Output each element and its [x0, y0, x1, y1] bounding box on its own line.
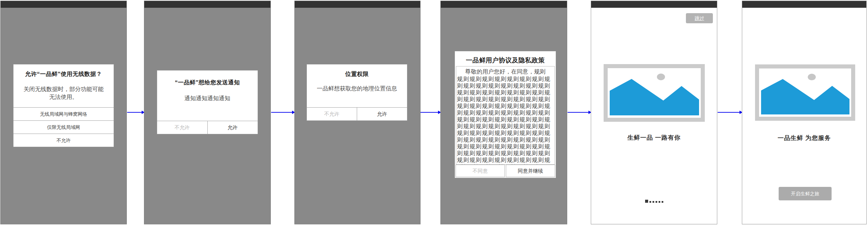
dialog-buttons: 不允许 允许	[307, 107, 407, 120]
allow-button[interactable]: 允许	[357, 108, 407, 120]
status-bar	[1, 1, 126, 8]
status-bar	[144, 1, 270, 8]
dialog-options: 无线局域网与蜂窝网络 仅限无线局域网 不允许	[13, 107, 114, 147]
phone-screen-welcome: 一品生鲜 为您服务 开启生鲜之旅	[742, 1, 867, 224]
page-dot[interactable]	[656, 201, 657, 203]
agree-continue-button[interactable]: 同意并继续	[506, 165, 555, 177]
page-dot[interactable]	[662, 201, 663, 203]
image-placeholder	[604, 64, 705, 122]
dialog-body: 通知通知通知通知	[157, 94, 258, 102]
mountains-sun-icon	[608, 68, 701, 118]
dialog-buttons: 不同意 同意并继续	[456, 165, 555, 177]
flow-arrow-4	[568, 112, 591, 113]
deny-button[interactable]: 不允许	[307, 108, 357, 120]
skip-button[interactable]: 跳过	[686, 13, 713, 23]
allow-button[interactable]: 允许	[207, 121, 258, 134]
status-bar	[591, 1, 717, 8]
start-journey-button[interactable]: 开启生鲜之旅	[779, 187, 832, 200]
notification-permission-dialog: “一品鲜”想给您发送通知 通知通知通知通知 不允许 允许	[157, 70, 258, 134]
image-placeholder	[755, 64, 855, 121]
image-placeholder-canvas	[759, 68, 851, 117]
prototype-flow-canvas: 允许“一品鲜”使用无线数据？ 关闭无线数据时，部分功能可能无法使用。 无线局域网…	[0, 0, 868, 225]
image-placeholder-canvas	[608, 68, 701, 118]
agreement-rules: 规则规则规则规则规则规则规则规则规则规则规则规则规则规则规则规则规则规则规则规则…	[456, 76, 554, 165]
disagree-button[interactable]: 不同意	[456, 165, 505, 177]
dialog-body: 一品鲜想获取您的地理位置信息	[307, 85, 407, 92]
phone-screen-user-agreement: 一品鲜用户协议及隐私政策 尊敬的用户您好，在同意，规则 规则规则规则规则规则规则…	[440, 1, 567, 224]
flow-arrow-2	[271, 112, 294, 113]
page-dot[interactable]	[653, 201, 654, 203]
phone-screen-onboarding: 跳过 生鲜一品 一路有你	[591, 1, 717, 224]
option-deny[interactable]: 不允许	[13, 134, 114, 147]
deny-button[interactable]: 不允许	[157, 121, 207, 134]
welcome-caption: 一品生鲜 为您服务	[742, 134, 866, 142]
onboarding-caption: 生鲜一品 一路有你	[591, 134, 717, 142]
option-wlan-and-cellular[interactable]: 无线局域网与蜂窝网络	[13, 107, 114, 120]
dialog-body: 关闭无线数据时，部分功能可能无法使用。	[13, 85, 114, 101]
page-dot-active[interactable]	[645, 200, 648, 203]
flow-arrow-5	[718, 112, 742, 113]
phone-screen-wifi-permission: 允许“一品鲜”使用无线数据？ 关闭无线数据时，部分功能可能无法使用。 无线局域网…	[0, 1, 127, 224]
dialog-buttons: 不允许 允许	[157, 121, 258, 134]
status-bar	[295, 1, 420, 8]
agreement-intro: 尊敬的用户您好，在同意，规则	[456, 66, 554, 76]
page-indicator	[591, 200, 717, 203]
option-wlan-only[interactable]: 仅限无线局域网	[13, 120, 114, 134]
page-dot[interactable]	[649, 201, 651, 203]
flow-arrow-3	[421, 112, 440, 113]
mountains-sun-icon	[759, 68, 851, 117]
phone-screen-location-permission: 位置权限 一品鲜想获取您的地理位置信息 不允许 允许	[294, 1, 421, 224]
dialog-title: “一品鲜”想给您发送通知	[157, 71, 258, 86]
page-dot[interactable]	[659, 201, 660, 203]
phone-screen-notification-permission: “一品鲜”想给您发送通知 通知通知通知通知 不允许 允许	[144, 1, 271, 224]
status-bar	[441, 1, 567, 8]
wifi-permission-dialog: 允许“一品鲜”使用无线数据？ 关闭无线数据时，部分功能可能无法使用。 无线局域网…	[13, 64, 114, 147]
agreement-text-area[interactable]: 尊敬的用户您好，在同意，规则 规则规则规则规则规则规则规则规则规则规则规则规则规…	[456, 66, 555, 165]
flow-arrow-1	[127, 112, 144, 113]
location-permission-dialog: 位置权限 一品鲜想获取您的地理位置信息 不允许 允许	[307, 64, 407, 121]
dialog-title: 一品鲜用户协议及隐私政策	[455, 51, 556, 65]
user-agreement-dialog: 一品鲜用户协议及隐私政策 尊敬的用户您好，在同意，规则 规则规则规则规则规则规则…	[455, 51, 556, 178]
dialog-title: 位置权限	[307, 64, 407, 78]
status-bar	[742, 1, 866, 8]
dialog-title: 允许“一品鲜”使用无线数据？	[13, 64, 114, 78]
